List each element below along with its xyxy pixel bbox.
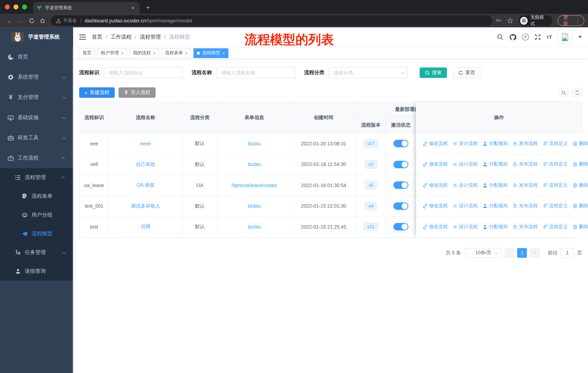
hamburger-icon[interactable] [79,34,86,40]
sidebar-item-payment[interactable]: ¥ 支付管理 [0,87,73,107]
browser-menu-kebab-icon[interactable]: ⋮ [575,18,580,23]
process-name-link[interactable]: 滔博 [141,223,150,230]
new-tab-button[interactable]: + [146,4,150,12]
edit-process-link[interactable]: 修改流程 [423,161,448,168]
delete-process-link[interactable]: 删除 [573,182,588,188]
active-toggle[interactable] [393,161,408,168]
process-id-input[interactable] [104,67,183,78]
delete-process-link[interactable]: 删除 [573,141,588,147]
tag-home[interactable]: 首页 [79,48,95,58]
window-controls[interactable] [5,5,27,10]
header-search-icon[interactable] [497,34,504,40]
assign-rule-link[interactable]: 分配规则 [483,224,508,230]
form-info-link[interactable]: biubiu [248,203,261,209]
avatar[interactable] [557,30,573,45]
delete-process-link[interactable]: 删除 [573,224,588,230]
form-info-link[interactable]: biubiu [248,161,261,167]
sidebar-item-system[interactable]: 系统管理 [0,67,73,87]
breadcrumb-process-management[interactable]: 流程管理 [140,34,161,40]
sidebar-item-user-group[interactable]: 用户分组 [0,206,73,225]
process-definition-link[interactable]: 流程定义 [543,161,568,168]
back-icon[interactable]: ← [4,18,15,24]
process-name-link[interactable]: eeee [140,141,151,146]
table-search-toggle-icon[interactable] [559,88,568,97]
edit-process-link[interactable]: 修改流程 [423,203,448,209]
publish-process-link[interactable]: 发布流程 [513,141,538,147]
assign-rule-link[interactable]: 分配规则 [483,182,508,188]
breadcrumb-workflow[interactable]: 工作流程 [111,34,132,40]
process-definition-link[interactable]: 流程定义 [543,203,568,209]
sidebar-item-process-model[interactable]: 流程模型 [0,224,73,243]
security-label[interactable]: 不安全 [63,18,77,24]
reload-icon[interactable] [26,18,37,23]
tag-close-icon[interactable]: × [185,51,188,55]
edit-process-link[interactable]: 修改流程 [423,182,448,188]
tag-tenant[interactable]: 租户管理× [97,48,127,58]
maximize-window-button[interactable] [22,5,27,10]
sidebar-item-leave-query[interactable]: 请假查询 [0,262,73,281]
sidebar-item-home[interactable]: 首页 [0,47,73,67]
sidebar-item-task-management[interactable]: 任务管理 [0,243,73,262]
version-badge[interactable]: v21 [363,223,378,231]
home-icon[interactable] [37,18,48,23]
version-badge[interactable]: v5 [365,181,377,189]
font-size-icon[interactable]: тT [547,34,552,40]
tag-close-icon[interactable]: × [153,51,156,55]
sidebar-item-workflow[interactable]: 工作流程 [0,148,73,168]
goto-page-input[interactable] [561,248,574,258]
process-name-link[interactable]: 测试多审批人 [131,203,160,210]
process-category-select[interactable] [329,67,408,78]
tag-close-icon[interactable]: × [222,51,225,55]
bookmark-star-icon[interactable] [507,18,513,24]
sidebar-item-process-form[interactable]: 流程表单 [0,187,73,206]
minimize-window-button[interactable] [13,5,18,10]
design-process-link[interactable]: 设计流程 [452,224,478,230]
process-definition-link[interactable]: 流程定义 [543,224,568,230]
process-name-link[interactable]: OA 请假 [136,182,154,189]
table-refresh-icon[interactable] [572,88,582,97]
avatar-caret-icon[interactable] [578,36,582,38]
version-badge[interactable]: v2 [365,160,377,169]
sidebar-item-devtools[interactable]: 研发工具 [0,128,73,148]
form-info-link[interactable]: biubiu [248,224,261,230]
help-icon[interactable]: ? [522,34,529,40]
active-toggle[interactable] [393,202,408,210]
edit-process-link[interactable]: 修改流程 [423,141,448,147]
form-info-link[interactable]: /bpm/oa/leave/create [231,182,277,188]
design-process-link[interactable]: 设计流程 [452,161,478,168]
process-definition-link[interactable]: 流程定义 [543,141,568,147]
import-process-button[interactable]: 导入流程 [118,87,156,98]
process-definition-link[interactable]: 流程定义 [543,182,568,188]
new-process-button[interactable]: + 新建流程 [79,87,115,98]
publish-process-link[interactable]: 发布流程 [513,182,538,188]
fullscreen-icon[interactable] [534,34,541,40]
version-badge[interactable]: v4 [365,202,377,210]
design-process-link[interactable]: 设计流程 [452,141,478,147]
tag-my-process[interactable]: 我的流程× [130,48,159,58]
page-size-select[interactable]: 10条/页 [465,248,501,258]
close-window-button[interactable] [5,5,10,10]
forward-icon[interactable]: → [15,18,26,24]
process-name-link[interactable]: 自己审批 [136,161,155,168]
design-process-link[interactable]: 设计流程 [452,182,478,188]
tab-close-icon[interactable]: × [130,5,136,11]
publish-process-link[interactable]: 发布流程 [513,161,538,168]
update-button[interactable]: 更新 ⋮ [558,15,584,26]
sidebar-logo[interactable]: 芋道管理系统 [0,27,73,47]
reset-button[interactable]: 重置 [453,67,480,78]
next-page-button[interactable]: › [530,248,539,258]
prev-page-button[interactable]: ‹ [504,248,514,258]
active-toggle[interactable] [393,181,408,189]
form-info-link[interactable]: biubiu [248,141,261,146]
browser-tab[interactable]: 芋道管理系统 × [33,2,139,14]
url-bar[interactable]: 不安全 dashboard.yudao.iocoder.cn/bpm/manag… [51,15,492,26]
delete-process-link[interactable]: 删除 [573,203,588,209]
assign-rule-link[interactable]: 分配规则 [483,161,508,168]
version-badge[interactable]: v17 [363,140,378,148]
sidebar-item-infrastructure[interactable]: 基础设施 [0,107,73,128]
process-name-input[interactable] [216,67,295,78]
tag-process-form[interactable]: 流程表单× [161,48,191,58]
assign-rule-link[interactable]: 分配规则 [483,141,508,147]
tag-close-icon[interactable]: × [121,51,124,55]
tag-process-model[interactable]: 流程模型× [194,48,228,58]
